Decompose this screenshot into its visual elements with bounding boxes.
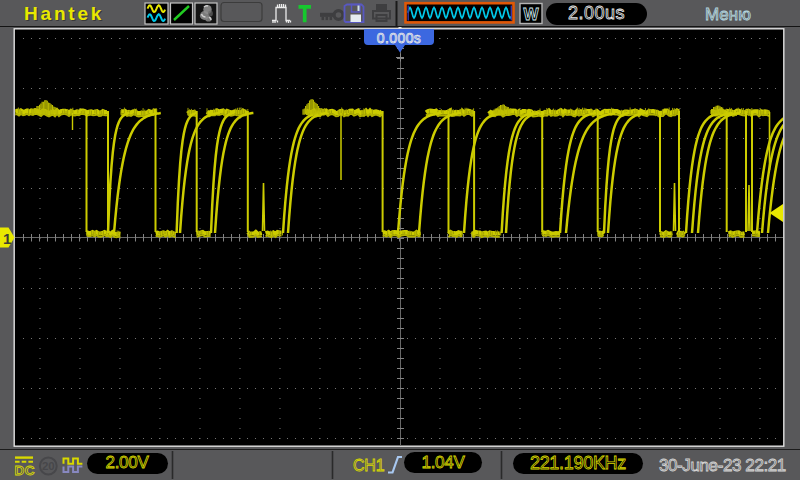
svg-text:20: 20 [42, 460, 55, 472]
svg-text:1: 1 [3, 230, 11, 247]
